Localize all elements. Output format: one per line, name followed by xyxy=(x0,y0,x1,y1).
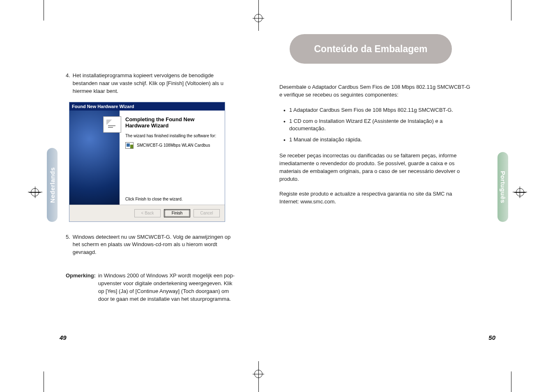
list-item: 1 Adaptador Cardbus Sem Fios de 108 Mbps… xyxy=(283,106,472,114)
wizard-screenshot: Found New Hardware Wizard Completing the… xyxy=(69,102,225,222)
wizard-close-text: Click Finish to close the wizard. xyxy=(125,197,220,201)
list-item: 1 Manual de instalação rápida. xyxy=(283,136,472,144)
wizard-titlebar: Found New Hardware Wizard xyxy=(69,102,225,111)
step-5: 5. Windows detecteert nu uw SMCWCBT-G. V… xyxy=(66,233,238,257)
page-number-right: 50 xyxy=(488,334,495,341)
wizard-device-row: SMCWCBT-G 108Mbps WLAN Cardbus xyxy=(125,142,220,149)
wizard-subtext: The wizard has finished installing the s… xyxy=(125,134,220,138)
language-label: Nederlands xyxy=(49,167,56,203)
right-body-text: Desembale o Adaptador Cardbus Sem Fios d… xyxy=(279,83,493,206)
body-paragraph: Registe este produto e actualize a respe… xyxy=(279,190,472,206)
note-block: Opmerking: in Windows 2000 of Windows XP… xyxy=(66,272,238,303)
registration-mark-icon xyxy=(520,187,520,198)
device-doc-icon xyxy=(103,116,121,133)
wizard-heading: Completing the Found New Hardware Wizard xyxy=(125,116,220,129)
note-label: Opmerking: xyxy=(66,272,96,303)
step-number: 5. xyxy=(66,233,70,257)
wizard-main-panel: Completing the Found New Hardware Wizard… xyxy=(120,111,225,205)
registration-mark-icon xyxy=(258,368,259,380)
note-text: in Windows 2000 of Windows XP wordt moge… xyxy=(98,272,238,303)
package-list: 1 Adaptador Cardbus Sem Fios de 108 Mbps… xyxy=(283,106,472,144)
body-paragraph: Se receber peças incorrectas ou danifica… xyxy=(279,152,472,183)
registration-mark-icon xyxy=(35,187,35,198)
step-number: 4. xyxy=(66,72,70,95)
crop-mark xyxy=(44,0,44,21)
list-item: 1 CD com o Installation Wizard EZ (Assis… xyxy=(283,118,472,133)
language-tab-portugues: Português xyxy=(497,152,508,222)
step-text: Windows detecteert nu uw SMCWCBT-G. Volg… xyxy=(73,233,238,257)
finish-button[interactable]: Finish xyxy=(164,209,190,217)
wizard-side-graphic xyxy=(69,111,120,205)
cancel-button[interactable]: Cancel xyxy=(193,209,220,217)
network-adapter-icon xyxy=(125,142,134,149)
wizard-body: Completing the Found New Hardware Wizard… xyxy=(69,111,225,205)
section-heading-text: Conteúdo da Embalagem xyxy=(314,44,427,55)
step-4: 4. Het installatieprogramma kopieert ver… xyxy=(66,72,238,95)
language-tab-nederlands: Nederlands xyxy=(47,148,58,222)
registration-mark-icon xyxy=(258,12,259,24)
intro-paragraph: Desembale o Adaptador Cardbus Sem Fios d… xyxy=(279,83,472,99)
registration-mark-icon xyxy=(514,192,526,193)
crop-mark xyxy=(511,371,511,392)
back-button[interactable]: < Back xyxy=(134,209,161,217)
page-number-left: 49 xyxy=(60,334,67,341)
wizard-device-name: SMCWCBT-G 108Mbps WLAN Cardbus xyxy=(137,143,210,148)
section-heading-pill: Conteúdo da Embalagem xyxy=(290,34,452,64)
crop-mark xyxy=(44,371,44,392)
crop-mark xyxy=(511,0,511,21)
step-text: Het installatieprogramma kopieert vervol… xyxy=(73,72,238,95)
page-spread: Nederlands Português 4. Het installatiep… xyxy=(0,0,555,392)
language-label: Português xyxy=(500,171,507,203)
right-page-content: Conteúdo da Embalagem Desembale o Adapta… xyxy=(279,34,493,213)
left-page-content: 4. Het installatieprogramma kopieert ver… xyxy=(66,72,238,303)
wizard-button-row: < Back Finish Cancel xyxy=(69,205,225,221)
